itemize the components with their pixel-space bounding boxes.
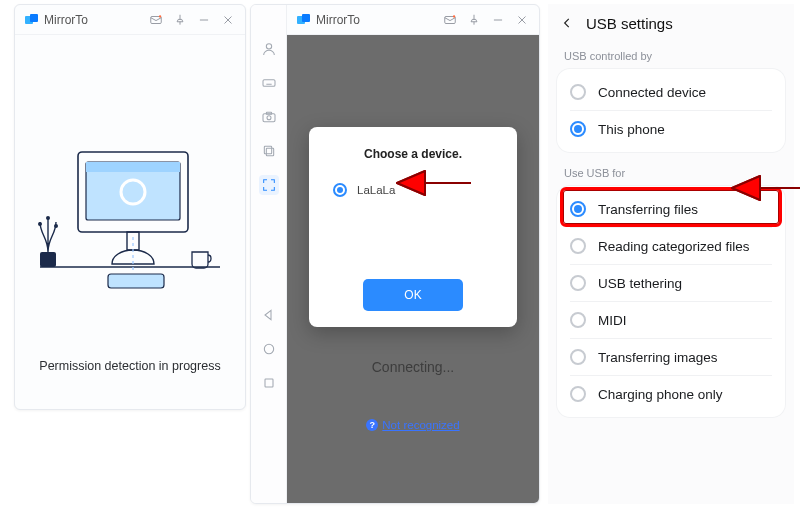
settings-header: USB settings [548, 4, 794, 46]
app-title: MirrorTo [316, 13, 360, 27]
mail-icon[interactable] [441, 11, 459, 29]
option-this-phone[interactable]: This phone [556, 111, 786, 147]
dialog-title: Choose a device. [327, 147, 499, 161]
radio-icon[interactable] [570, 349, 586, 365]
sidebar-fullscreen-icon[interactable] [259, 175, 279, 195]
status-text: Permission detection in progress [15, 359, 245, 409]
sidebar-keyboard-icon[interactable] [259, 73, 279, 93]
pin-icon[interactable] [465, 11, 483, 29]
svg-point-15 [266, 44, 271, 49]
phone-preview: Choose a device. LaLaLa OK Connecting...… [287, 35, 539, 503]
svg-point-1 [159, 15, 161, 17]
option-usb-tethering[interactable]: USB tethering [556, 265, 786, 301]
option-label: Charging phone only [598, 387, 723, 402]
radio-icon[interactable] [570, 312, 586, 328]
ok-button[interactable]: OK [363, 279, 463, 311]
help-icon: ? [366, 419, 378, 431]
option-connected-device[interactable]: Connected device [556, 74, 786, 110]
svg-rect-12 [86, 162, 180, 172]
titlebar[interactable]: MirrorTo [15, 5, 245, 35]
group-controlled-by: Connected device This phone [556, 68, 786, 153]
option-label: USB tethering [598, 276, 682, 291]
titlebar[interactable]: MirrorTo [287, 5, 539, 35]
mail-icon[interactable] [147, 11, 165, 29]
option-midi[interactable]: MIDI [556, 302, 786, 338]
radio-icon[interactable] [570, 275, 586, 291]
minimize-icon[interactable] [195, 11, 213, 29]
option-label: Transferring images [598, 350, 718, 365]
device-name: LaLaLa [357, 184, 395, 196]
not-recognized-label: Not recognized [382, 419, 459, 431]
radio-selected-icon[interactable] [333, 183, 347, 197]
page-title: USB settings [586, 15, 673, 32]
radio-selected-icon[interactable] [570, 201, 586, 217]
option-reading-categorized-files[interactable]: Reading categorized files [556, 228, 786, 264]
android-usb-settings: USB settings USB controlled by Connected… [548, 4, 794, 504]
close-icon[interactable] [219, 11, 237, 29]
svg-point-9 [46, 216, 50, 220]
svg-rect-14 [108, 274, 164, 288]
app-logo-icon [297, 13, 311, 27]
sidebar-recent-icon[interactable] [259, 373, 279, 393]
device-option[interactable]: LaLaLa [333, 183, 499, 197]
svg-point-26 [264, 344, 273, 353]
mirrorto-window-2: MirrorTo Choose a device. LaLaLa OK Conn… [250, 4, 540, 504]
choose-device-dialog: Choose a device. LaLaLa OK [309, 127, 517, 327]
svg-rect-24 [264, 146, 271, 153]
back-icon[interactable] [558, 14, 576, 32]
option-label: MIDI [598, 313, 627, 328]
svg-rect-25 [266, 148, 273, 155]
illustration [15, 35, 245, 359]
option-charging-phone-only[interactable]: Charging phone only [556, 376, 786, 412]
minimize-icon[interactable] [489, 11, 507, 29]
sidebar-camera-icon[interactable] [259, 107, 279, 127]
app-title: MirrorTo [44, 13, 88, 27]
group-use-usb-for: Transferring files Reading categorized f… [556, 185, 786, 418]
connecting-label: Connecting... [372, 359, 455, 375]
svg-rect-27 [265, 379, 273, 387]
sidebar-user-icon[interactable] [259, 39, 279, 59]
svg-point-7 [38, 222, 42, 226]
panel2-main: MirrorTo Choose a device. LaLaLa OK Conn… [287, 5, 539, 503]
svg-rect-16 [263, 80, 275, 87]
svg-point-8 [54, 224, 58, 228]
section-label-use-usb-for: Use USB for [548, 163, 794, 185]
sidebar-home-icon[interactable] [259, 339, 279, 359]
option-label: Reading categorized files [598, 239, 750, 254]
svg-point-22 [267, 116, 271, 120]
close-icon[interactable] [513, 11, 531, 29]
mirrorto-window-1: MirrorTo [14, 4, 246, 410]
app-logo-icon [25, 13, 39, 27]
radio-icon[interactable] [570, 238, 586, 254]
radio-selected-icon[interactable] [570, 121, 586, 137]
radio-icon[interactable] [570, 84, 586, 100]
option-label: Transferring files [598, 202, 698, 217]
radio-icon[interactable] [570, 386, 586, 402]
pin-icon[interactable] [171, 11, 189, 29]
section-label-controlled-by: USB controlled by [548, 46, 794, 68]
option-label: This phone [598, 122, 665, 137]
not-recognized-link[interactable]: ? Not recognized [366, 419, 459, 431]
svg-rect-6 [40, 252, 56, 267]
sidebar-layers-icon[interactable] [259, 141, 279, 161]
option-transferring-images[interactable]: Transferring images [556, 339, 786, 375]
option-transferring-files[interactable]: Transferring files [556, 191, 786, 227]
svg-point-29 [453, 15, 455, 17]
sidebar [251, 5, 287, 503]
option-label: Connected device [598, 85, 706, 100]
sidebar-back-icon[interactable] [259, 305, 279, 325]
